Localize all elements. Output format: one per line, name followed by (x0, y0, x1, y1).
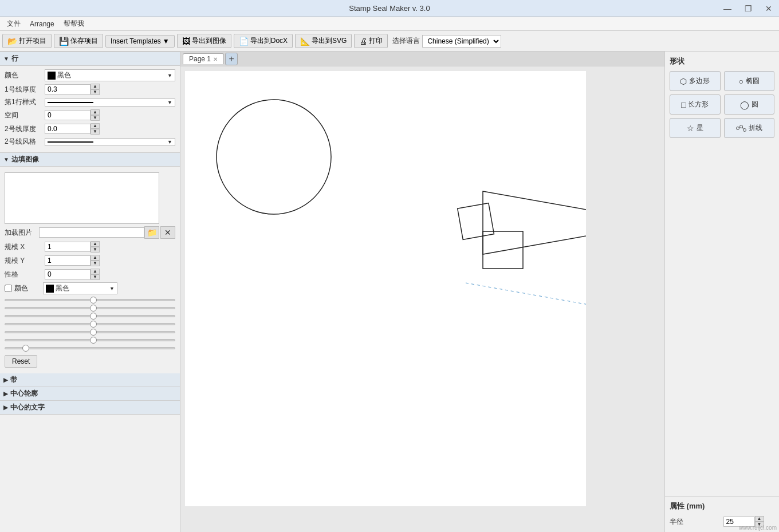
fill-color-checkbox[interactable] (5, 285, 12, 292)
load-image-input[interactable] (39, 227, 144, 238)
export-docx-icon: 📄 (239, 37, 249, 46)
shape-star-button[interactable]: 星 (670, 118, 721, 138)
slider-track-6[interactable] (5, 339, 175, 341)
menu-help[interactable]: 帮帮我 (59, 18, 89, 30)
center-outline-section-header[interactable]: ▶ 中心轮廓 (0, 387, 180, 401)
svg-rect-2 (458, 203, 494, 240)
add-tab-button[interactable]: + (225, 53, 238, 65)
color-select[interactable]: 黑色 ▼ (45, 69, 175, 81)
shape-polygon-button[interactable]: 多边形 (670, 71, 721, 91)
main-layout: ▼ 行 颜色 黑色 ▼ 1号线厚度 0.3 (0, 52, 779, 532)
line2-style-select[interactable]: ▼ (45, 138, 175, 146)
slider-thumb-3[interactable] (90, 313, 97, 320)
line1-thickness-control: 0.3 ▲ ▼ (45, 84, 175, 95)
drawing-canvas[interactable] (185, 71, 586, 506)
canvas-area: Page 1 ✕ + (180, 52, 664, 532)
slider-thumb-4[interactable] (90, 321, 97, 328)
slider-track-7[interactable] (5, 347, 175, 349)
fill-color-select[interactable]: 黑色 ▼ (43, 282, 117, 294)
minimize-button[interactable]: — (717, 0, 738, 17)
insert-templates-button[interactable]: Insert Templates ▼ (105, 35, 175, 48)
texture-input[interactable]: 0 (45, 269, 91, 279)
scale-y-up[interactable]: ▲ (91, 255, 100, 261)
shape-circle-button[interactable]: 圆 (724, 94, 775, 115)
watermark: www.ruijci.com (739, 525, 777, 531)
maximize-button[interactable]: ❐ (738, 0, 758, 17)
tab-page1-close-icon[interactable]: ✕ (213, 56, 218, 62)
slider-track-3[interactable] (5, 315, 175, 317)
slider-row-4 (5, 321, 175, 328)
line1-thickness-spinners: ▲ ▼ (91, 84, 100, 95)
fill-image-section-content: 加载图片 📁 ✕ 规模 X 1 ▲ ▼ 规模 Y (0, 167, 180, 373)
line2-style-arrow-icon: ▼ (167, 139, 172, 145)
print-label: 打印 (369, 36, 383, 46)
space-up[interactable]: ▲ (91, 109, 100, 115)
scale-x-down[interactable]: ▼ (91, 247, 100, 253)
slider-thumb-6[interactable] (90, 337, 97, 344)
band-section-header[interactable]: ▶ 带 (0, 373, 180, 387)
polyline-icon (736, 124, 746, 132)
export-svg-button[interactable]: 📐 导出到SVG (295, 34, 352, 48)
texture-down[interactable]: ▼ (91, 274, 100, 280)
line1-style-control: ▼ (45, 98, 175, 107)
center-text-section-header[interactable]: ▶ 中心的文字 (0, 401, 180, 415)
fill-image-section-header[interactable]: ▼ 边填图像 (0, 152, 180, 167)
slider-thumb-1[interactable] (90, 297, 97, 304)
line1-style-label: 第1行样式 (5, 97, 45, 107)
slider-track-1[interactable] (5, 299, 175, 301)
reset-button[interactable]: Reset (5, 355, 37, 368)
scale-y-down[interactable]: ▼ (91, 261, 100, 266)
menu-file[interactable]: 文件 (2, 18, 25, 30)
export-docx-button[interactable]: 📄 导出到DocX (234, 34, 293, 48)
line2-thickness-up[interactable]: ▲ (91, 123, 100, 129)
shape-ellipse-button[interactable]: 椭圆 (724, 71, 775, 91)
slider-track-5[interactable] (5, 331, 175, 333)
save-label: 保存项目 (70, 36, 98, 46)
scale-y-spinners: ▲ ▼ (91, 255, 100, 266)
scale-x-input[interactable]: 1 (45, 242, 91, 252)
fill-color-row: 颜色 黑色 ▼ (5, 282, 175, 294)
texture-control: 0 ▲ ▼ (45, 269, 175, 280)
close-button[interactable]: ✕ (758, 0, 779, 17)
scale-x-row: 规模 X 1 ▲ ▼ (5, 241, 175, 253)
space-input[interactable]: 0 (45, 110, 91, 120)
radius-up[interactable]: ▲ (755, 516, 764, 522)
slider-thumb-7[interactable] (22, 345, 29, 352)
save-icon: 💾 (59, 37, 69, 46)
space-down[interactable]: ▼ (91, 115, 100, 121)
language-select[interactable]: Chinese (Simplified) English (422, 35, 501, 48)
print-button[interactable]: 🖨 打印 (354, 34, 388, 48)
line1-style-select[interactable]: ▼ (45, 98, 175, 107)
right-panel-spacer (665, 143, 779, 496)
texture-up[interactable]: ▲ (91, 269, 100, 274)
menu-arrange[interactable]: Arrange (25, 19, 59, 29)
slider-row-2 (5, 305, 175, 312)
slider-thumb-5[interactable] (90, 329, 97, 336)
canvas-scroll[interactable] (180, 66, 664, 532)
texture-row: 性格 0 ▲ ▼ (5, 269, 175, 280)
line1-thickness-up[interactable]: ▲ (91, 84, 100, 89)
slider-track-4[interactable] (5, 323, 175, 325)
line2-thickness-input[interactable]: 0.0 (45, 124, 91, 134)
slider-track-2[interactable] (5, 307, 175, 309)
open-project-button[interactable]: 📂 打开项目 (2, 34, 52, 48)
image-preview (5, 172, 159, 224)
browse-image-button[interactable]: 📁 (144, 226, 159, 239)
scale-x-up[interactable]: ▲ (91, 241, 100, 247)
save-project-button[interactable]: 💾 保存项目 (54, 34, 103, 48)
toolbar: 📂 打开项目 💾 保存项目 Insert Templates ▼ 🖼 导出到图像… (0, 31, 779, 52)
line2-thickness-down[interactable]: ▼ (91, 129, 100, 135)
shape-rect-button[interactable]: 长方形 (670, 94, 721, 115)
shape-polyline-button[interactable]: 折线 (724, 118, 775, 138)
line2-thickness-control: 0.0 ▲ ▼ (45, 123, 175, 135)
line1-thickness-label: 1号线厚度 (5, 85, 45, 94)
slider-thumb-2[interactable] (90, 305, 97, 312)
export-image-button[interactable]: 🖼 导出到图像 (177, 34, 231, 48)
scale-y-input[interactable]: 1 (45, 255, 91, 266)
line1-thickness-input[interactable]: 0.3 (45, 84, 91, 94)
tab-page1[interactable]: Page 1 ✕ (183, 53, 224, 64)
app-title: Stamp Seal Maker v. 3.0 (349, 4, 430, 13)
row-section-header[interactable]: ▼ 行 (0, 52, 180, 66)
line1-thickness-down[interactable]: ▼ (91, 89, 100, 95)
clear-image-button[interactable]: ✕ (160, 226, 175, 239)
